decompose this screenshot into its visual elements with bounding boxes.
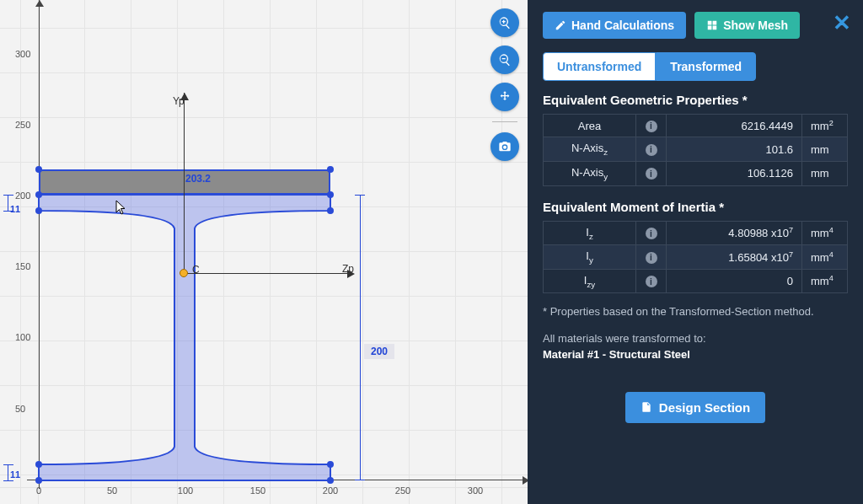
- tab-transformed[interactable]: Transformed: [656, 52, 756, 81]
- table-row: Izy i 0 mm4: [544, 269, 848, 293]
- footnote-method: * Properties based on the Transformed-Se…: [543, 303, 848, 320]
- prop-name: N-Axisy: [544, 161, 636, 185]
- info-icon: i: [646, 252, 657, 264]
- table-row: Iy i 1.65804 x107 mm4: [544, 245, 848, 270]
- node[interactable]: [35, 477, 42, 484]
- node[interactable]: [327, 477, 334, 484]
- y-tick: 50: [15, 404, 25, 414]
- drawing-canvas[interactable]: 0 50 100 150 200 250 300 50 100 150 200 …: [0, 0, 528, 504]
- top-plate-shape[interactable]: [39, 169, 330, 195]
- y-tick: 150: [15, 261, 30, 271]
- design-section-label: Design Section: [659, 400, 750, 415]
- info-icon: i: [646, 276, 657, 287]
- close-panel-button[interactable]: ✕: [833, 12, 851, 34]
- node[interactable]: [35, 191, 42, 198]
- x-tick: 250: [395, 485, 410, 496]
- move-icon: [498, 90, 512, 104]
- prop-unit: mm4: [802, 269, 848, 293]
- hand-calculations-button[interactable]: Hand Calculations: [543, 12, 686, 39]
- height-dimension-line: [360, 195, 361, 480]
- i-beam-shape[interactable]: [39, 195, 330, 480]
- flange-dim-line: [8, 195, 8, 211]
- pan-button[interactable]: [490, 83, 519, 111]
- footnote-transform-to: All materials were transformed to: Mater…: [543, 330, 848, 363]
- properties-panel: ✕ Hand Calculations Show Mesh Untransfor…: [528, 0, 863, 504]
- prop-name: Iz: [544, 221, 636, 245]
- pencil-icon: [555, 19, 566, 31]
- height-dimension-label: 200: [364, 344, 394, 359]
- moi-table: Iz i 4.80988 x107 mm4 Iy i 1.65804 x107 …: [543, 221, 848, 294]
- info-icon: i: [646, 228, 657, 239]
- zp-axis-label: Zp: [342, 263, 354, 275]
- prop-name: Iy: [544, 245, 636, 270]
- grid-icon: [706, 19, 718, 31]
- prop-unit: mm4: [802, 221, 848, 245]
- node[interactable]: [327, 461, 334, 468]
- node[interactable]: [327, 207, 334, 214]
- node[interactable]: [35, 166, 42, 173]
- node[interactable]: [327, 166, 334, 173]
- table-row: N-Axisz i 101.6 mm: [544, 137, 848, 162]
- footnote-material: Material #1 - Structural Steel: [543, 348, 690, 361]
- x-tick: 300: [468, 485, 483, 496]
- y-tick: 200: [15, 190, 30, 201]
- yp-axis-label: Yp: [173, 95, 185, 107]
- screenshot-button[interactable]: [490, 132, 519, 161]
- document-icon: [641, 401, 652, 413]
- info-cell[interactable]: i: [636, 137, 667, 162]
- camera-icon: [498, 140, 512, 153]
- tab-untransformed[interactable]: Untransformed: [543, 52, 656, 81]
- centroid-marker[interactable]: [180, 269, 188, 277]
- zoom-out-button[interactable]: [490, 46, 519, 74]
- info-cell[interactable]: i: [636, 115, 667, 137]
- y-axis-arrow: [35, 0, 44, 7]
- zoom-in-icon: [498, 16, 512, 29]
- dim-cap: [3, 195, 13, 196]
- info-icon: i: [646, 144, 657, 156]
- table-row: Iz i 4.80988 x107 mm4: [544, 221, 848, 245]
- flange-dim-line: [8, 464, 8, 480]
- geom-props-title: Equivalent Geometric Properties *: [543, 93, 848, 107]
- info-cell[interactable]: i: [636, 221, 667, 245]
- hand-calc-label: Hand Calculations: [571, 19, 674, 32]
- prop-unit: mm: [802, 137, 848, 162]
- design-section-button[interactable]: Design Section: [625, 392, 765, 423]
- prop-value: 4.80988 x107: [667, 221, 802, 245]
- yp-axis: [184, 93, 185, 273]
- x-tick: 100: [178, 485, 193, 496]
- flange-top-dim-label: 11: [10, 204, 20, 214]
- info-cell[interactable]: i: [636, 245, 667, 270]
- zp-axis: [184, 273, 352, 274]
- prop-value: 1.65804 x107: [667, 245, 802, 270]
- show-mesh-button[interactable]: Show Mesh: [694, 12, 800, 39]
- prop-value: 106.1126: [667, 161, 802, 185]
- table-row: Area i 6216.4449 mm2: [544, 115, 848, 137]
- x-tick: 0: [36, 485, 41, 496]
- dim-cap: [3, 464, 13, 465]
- canvas-toolbar: [490, 8, 519, 161]
- zoom-out-icon: [498, 53, 512, 67]
- prop-name: Area: [544, 115, 636, 137]
- node[interactable]: [327, 191, 334, 198]
- y-tick: 100: [15, 332, 30, 342]
- info-icon: i: [646, 168, 657, 180]
- footnote-line: All materials were transformed to:: [543, 332, 706, 345]
- info-cell[interactable]: i: [636, 269, 667, 293]
- dim-cap: [355, 195, 365, 196]
- dim-cap: [3, 480, 13, 481]
- prop-value: 0: [667, 269, 802, 293]
- y-tick: 300: [15, 49, 30, 59]
- info-icon: i: [646, 121, 657, 132]
- prop-unit: mm2: [802, 115, 848, 137]
- info-cell[interactable]: i: [636, 161, 667, 185]
- show-mesh-label: Show Mesh: [723, 19, 788, 32]
- x-tick: 50: [107, 485, 117, 496]
- y-tick: 250: [15, 120, 30, 130]
- table-row: N-Axisy i 106.1126 mm: [544, 161, 848, 185]
- zoom-in-button[interactable]: [490, 8, 519, 37]
- node[interactable]: [35, 461, 42, 468]
- top-plate-width-label: 203.2: [185, 173, 211, 185]
- x-tick: 200: [323, 485, 338, 496]
- node[interactable]: [35, 207, 42, 214]
- prop-value: 6216.4449: [667, 115, 802, 137]
